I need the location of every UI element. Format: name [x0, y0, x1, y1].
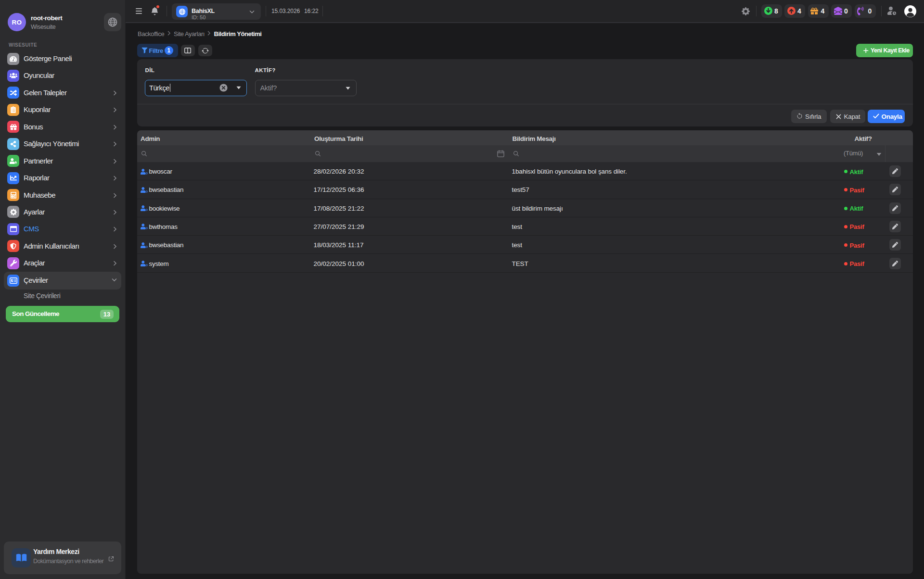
svg-text:A: A [11, 279, 13, 282]
